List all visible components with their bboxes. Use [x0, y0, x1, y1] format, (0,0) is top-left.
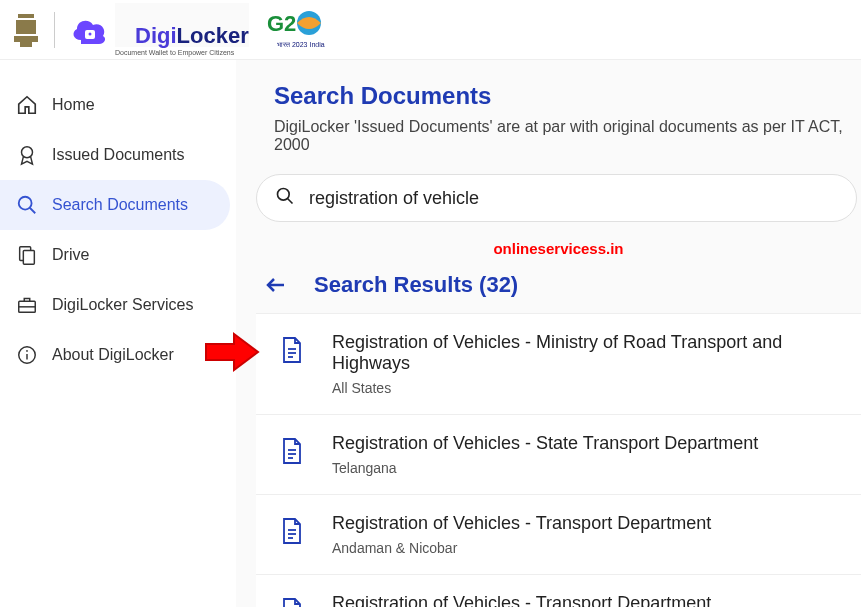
g20-logo: G2 भारत 2023 India — [267, 9, 329, 51]
results-heading-text: Search Results (32) — [314, 272, 518, 298]
svg-rect-1 — [16, 20, 36, 34]
page-title: Search Documents — [274, 82, 861, 110]
document-icon — [280, 517, 308, 545]
results-header: Search Results (32) — [256, 271, 861, 299]
result-subtitle: All States — [332, 380, 847, 396]
svg-text:G2: G2 — [267, 11, 296, 36]
svg-rect-0 — [18, 14, 34, 18]
result-title: Registration of Vehicles - Ministry of R… — [332, 332, 847, 374]
back-button[interactable] — [262, 271, 290, 299]
header-divider — [54, 12, 55, 48]
svg-point-10 — [19, 197, 32, 210]
files-icon — [16, 244, 38, 266]
sidebar-item-drive[interactable]: Drive — [0, 230, 230, 280]
svg-point-18 — [26, 350, 28, 352]
sidebar-item-label: Search Documents — [52, 196, 188, 214]
document-icon — [280, 437, 308, 465]
brand-text-secondary: Locker — [177, 23, 249, 48]
svg-text:भारत 2023 India: भारत 2023 India — [277, 41, 325, 48]
main-content: Search Documents DigiLocker 'Issued Docu… — [236, 60, 861, 607]
svg-rect-3 — [20, 42, 32, 47]
app-header: DigiLocker Document Wallet to Empower Ci… — [0, 0, 861, 60]
svg-line-20 — [288, 199, 293, 204]
result-item[interactable]: Registration of Vehicles - Transport Dep… — [256, 494, 861, 574]
result-subtitle: Andaman & Nicobar — [332, 540, 711, 556]
sidebar-item-label: Drive — [52, 246, 89, 264]
national-emblem-icon — [12, 10, 40, 50]
sidebar: Home Issued Documents Search Documents D… — [0, 60, 236, 607]
sidebar-item-home[interactable]: Home — [0, 80, 230, 130]
svg-line-11 — [30, 208, 36, 214]
svg-point-19 — [278, 189, 290, 201]
brand-text-primary: Digi — [135, 23, 177, 48]
annotation-arrow-icon — [204, 330, 262, 378]
document-icon — [280, 336, 308, 364]
result-item[interactable]: Registration of Vehicles - Transport Dep… — [256, 574, 861, 607]
page-subtitle: DigiLocker 'Issued Documents' are at par… — [274, 118, 861, 154]
result-title: Registration of Vehicles - Transport Dep… — [332, 593, 711, 607]
svg-rect-2 — [14, 36, 38, 42]
brand-tagline: Document Wallet to Empower Citizens — [115, 49, 249, 56]
sidebar-item-search[interactable]: Search Documents — [0, 180, 230, 230]
sidebar-item-label: Home — [52, 96, 95, 114]
search-icon — [275, 186, 295, 210]
info-icon — [16, 344, 38, 366]
badge-icon — [16, 144, 38, 166]
result-item[interactable]: Registration of Vehicles - Ministry of R… — [256, 313, 861, 414]
home-icon — [16, 94, 38, 116]
search-icon — [16, 194, 38, 216]
cloud-lock-icon — [69, 12, 111, 48]
sidebar-item-about[interactable]: About DigiLocker — [0, 330, 230, 380]
sidebar-item-label: About DigiLocker — [52, 346, 174, 364]
search-box[interactable] — [256, 174, 857, 222]
result-title: Registration of Vehicles - Transport Dep… — [332, 513, 711, 534]
digilocker-logo: DigiLocker Document Wallet to Empower Ci… — [69, 3, 249, 56]
sidebar-item-issued[interactable]: Issued Documents — [0, 130, 230, 180]
result-item[interactable]: Registration of Vehicles - State Transpo… — [256, 414, 861, 494]
result-title: Registration of Vehicles - State Transpo… — [332, 433, 758, 454]
result-subtitle: Telangana — [332, 460, 758, 476]
search-input[interactable] — [309, 188, 838, 209]
sidebar-item-label: DigiLocker Services — [52, 296, 193, 314]
watermark-text: onlineservicess.in — [256, 240, 861, 257]
document-icon — [280, 597, 308, 607]
results-list: Registration of Vehicles - Ministry of R… — [256, 313, 861, 607]
svg-point-5 — [89, 32, 92, 35]
sidebar-item-label: Issued Documents — [52, 146, 185, 164]
svg-rect-13 — [23, 250, 34, 264]
svg-point-9 — [22, 147, 33, 158]
briefcase-icon — [16, 294, 38, 316]
sidebar-item-services[interactable]: DigiLocker Services — [0, 280, 230, 330]
